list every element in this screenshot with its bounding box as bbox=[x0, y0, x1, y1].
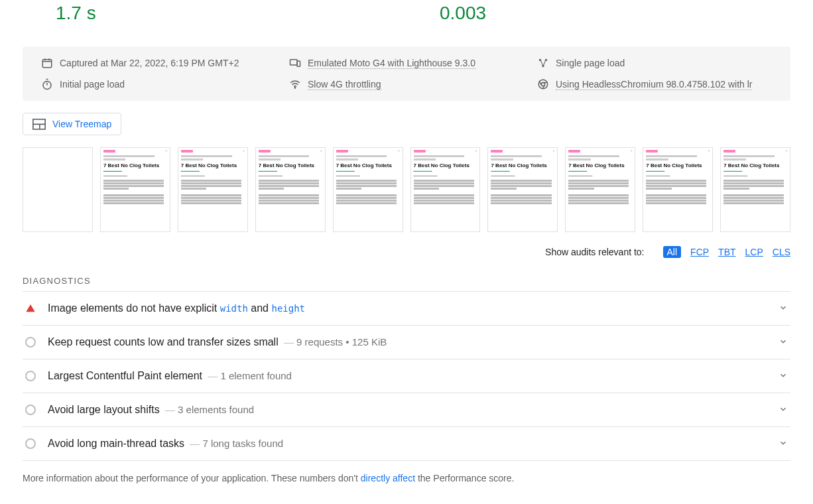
svg-point-7 bbox=[294, 88, 296, 89]
filmstrip-frame[interactable]: ≡7 Best No Clog Toilets▬▬▬▬▬▬▬▬▬▬▬▬▬▬▬▬ bbox=[333, 147, 403, 232]
filmstrip-frame[interactable]: ≡7 Best No Clog Toilets▬▬▬▬▬▬▬▬▬▬▬▬▬▬▬▬ bbox=[643, 147, 713, 232]
env-nav-text: Initial page load bbox=[60, 79, 125, 90]
info-circle-icon bbox=[25, 405, 36, 415]
filmstrip-frame[interactable]: ≡7 Best No Clog Toilets▬▬▬▬▬▬▬▬▬▬▬▬▬▬▬▬ bbox=[565, 147, 635, 232]
filmstrip-frame[interactable]: ≡7 Best No Clog Toilets▬▬▬▬▬▬▬▬▬▬▬▬▬▬▬▬ bbox=[178, 147, 248, 232]
env-device-text: Emulated Moto G4 with Lighthouse 9.3.0 bbox=[308, 58, 475, 69]
diagnostics-heading: DIAGNOSTICS bbox=[23, 276, 790, 286]
env-loadtype-text: Single page load bbox=[556, 58, 625, 68]
warning-triangle-icon bbox=[25, 303, 36, 314]
filter-chip-cls[interactable]: CLS bbox=[773, 247, 790, 257]
env-captured-text: Captured at Mar 22, 2022, 6:19 PM GMT+2 bbox=[60, 58, 239, 68]
view-treemap-button[interactable]: View Treemap bbox=[23, 113, 121, 135]
audit-row[interactable]: Avoid long main-thread tasks7 long tasks… bbox=[23, 427, 790, 461]
filmstrip-frame[interactable]: ≡7 Best No Clog Toilets▬▬▬▬▬▬▬▬▬▬▬▬▬▬▬▬ bbox=[720, 147, 790, 232]
chevron-down-icon bbox=[779, 405, 788, 416]
metric-value-right: 0.003 bbox=[440, 3, 790, 24]
metrics-row: 1.7 s 0.003 bbox=[23, 0, 790, 33]
audit-extra: 7 long tasks found bbox=[187, 438, 283, 449]
filmstrip-frame[interactable]: ≡7 Best No Clog Toilets▬▬▬▬▬▬▬▬▬▬▬▬▬▬▬▬ bbox=[255, 147, 326, 232]
svg-point-5 bbox=[542, 65, 544, 67]
chevron-down-icon bbox=[779, 438, 788, 450]
audit-title: Largest Contentful Paint element1 elemen… bbox=[48, 370, 292, 382]
hub-icon bbox=[537, 57, 549, 69]
info-circle-icon bbox=[25, 438, 36, 449]
audit-filter-row: Show audits relevant to: AllFCPTBTLCPCLS bbox=[23, 247, 790, 257]
audit-extra: 3 elements found bbox=[162, 404, 254, 415]
audit-row[interactable]: Avoid large layout shifts3 elements foun… bbox=[23, 393, 790, 427]
svg-rect-1 bbox=[290, 60, 298, 65]
env-captured: Captured at Mar 22, 2022, 6:19 PM GMT+2 bbox=[41, 57, 276, 69]
filter-label: Show audits relevant to: bbox=[545, 247, 644, 257]
chrome-icon bbox=[537, 78, 549, 90]
env-browser-text: Using HeadlessChromium 98.0.4758.102 wit… bbox=[556, 79, 752, 90]
audit-extra: 1 element found bbox=[205, 370, 292, 381]
filmstrip-frame[interactable]: ≡7 Best No Clog Toilets▬▬▬▬▬▬▬▬▬▬▬▬▬▬▬▬ bbox=[487, 147, 558, 232]
chevron-down-icon bbox=[779, 337, 788, 348]
env-loadtype: Single page load bbox=[537, 57, 772, 69]
env-device: Emulated Moto G4 with Lighthouse 9.3.0 bbox=[289, 57, 524, 69]
info-circle-icon bbox=[25, 337, 36, 347]
devices-icon bbox=[289, 57, 301, 69]
filmstrip-frame[interactable]: ≡7 Best No Clog Toilets▬▬▬▬▬▬▬▬▬▬▬▬▬▬▬▬ bbox=[100, 147, 170, 232]
filmstrip-frame[interactable] bbox=[23, 147, 93, 232]
footnote-link[interactable]: directly affect bbox=[361, 473, 415, 483]
chevron-down-icon bbox=[779, 371, 788, 382]
audit-extra: 9 requests • 125 KiB bbox=[281, 336, 387, 347]
treemap-icon bbox=[32, 119, 46, 129]
footnote-post: the Performance score. bbox=[415, 473, 514, 483]
metric-value-left: 1.7 s bbox=[56, 3, 407, 24]
env-network-text: Slow 4G throttling bbox=[308, 79, 381, 90]
audit-title: Image elements do not have explicit widt… bbox=[48, 302, 305, 314]
calendar-icon bbox=[41, 57, 53, 69]
environment-panel: Captured at Mar 22, 2022, 6:19 PM GMT+2 … bbox=[23, 46, 790, 101]
filter-chip-all[interactable]: All bbox=[663, 246, 682, 258]
filter-chip-tbt[interactable]: TBT bbox=[718, 247, 735, 257]
audit-row[interactable]: Image elements do not have explicit widt… bbox=[23, 292, 790, 326]
footnote-pre: More information about the performance o… bbox=[23, 473, 361, 483]
audit-title: Keep request counts low and transfer siz… bbox=[48, 336, 387, 348]
view-treemap-label: View Treemap bbox=[52, 119, 111, 129]
audit-list: Image elements do not have explicit widt… bbox=[23, 291, 790, 461]
env-browser: Using HeadlessChromium 98.0.4758.102 wit… bbox=[537, 78, 772, 90]
filter-chip-fcp[interactable]: FCP bbox=[690, 247, 709, 257]
svg-rect-0 bbox=[42, 60, 52, 68]
audit-row[interactable]: Keep request counts low and transfer siz… bbox=[23, 326, 790, 359]
env-network: Slow 4G throttling bbox=[289, 78, 524, 90]
filmstrip-frame[interactable]: ≡7 Best No Clog Toilets▬▬▬▬▬▬▬▬▬▬▬▬▬▬▬▬ bbox=[410, 147, 481, 232]
info-circle-icon bbox=[25, 371, 36, 381]
stopwatch-icon bbox=[41, 78, 53, 90]
wifi-icon bbox=[289, 78, 301, 90]
chevron-down-icon bbox=[779, 303, 788, 314]
env-nav: Initial page load bbox=[41, 78, 276, 90]
filmstrip: ≡7 Best No Clog Toilets▬▬▬▬▬▬▬▬▬▬▬▬▬▬▬▬≡… bbox=[23, 147, 790, 232]
audit-row[interactable]: Largest Contentful Paint element1 elemen… bbox=[23, 359, 790, 393]
audit-title: Avoid large layout shifts3 elements foun… bbox=[48, 404, 254, 416]
svg-rect-2 bbox=[297, 61, 300, 66]
audit-title: Avoid long main-thread tasks7 long tasks… bbox=[48, 438, 283, 450]
filter-chip-lcp[interactable]: LCP bbox=[745, 247, 763, 257]
diagnostics-footnote: More information about the performance o… bbox=[23, 473, 790, 483]
